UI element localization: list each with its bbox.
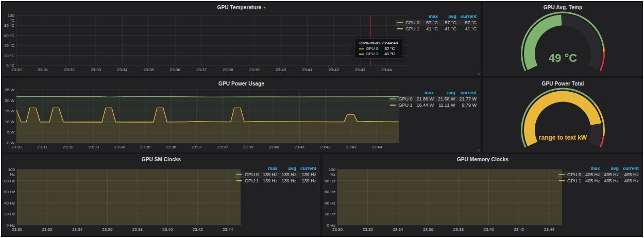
legend: maxavgcurrentGPU 0139 Hz139 Hz139 HzGPU … — [234, 165, 316, 184]
series-color-dash — [397, 22, 403, 23]
y-axis-tick: 100 Hz — [323, 167, 335, 177]
x-axis-tick: 23:42 — [329, 67, 339, 72]
chart-gpu-memory-clocks[interactable]: 100 Hz80 Hz60 Hz40 Hz20 Hz0 Hz23:3023:32… — [323, 154, 643, 236]
gauge-arc — [483, 2, 643, 76]
tooltip-series-value: 57 °C — [384, 46, 395, 51]
legend-stat-max: 139 Hz — [259, 172, 278, 178]
x-axis-tick: 23:31 — [37, 145, 47, 149]
legend-stat-max: 405 Hz — [581, 178, 600, 184]
x-axis-tick: 23:34 — [114, 145, 125, 149]
tooltip-timestamp: 2020-05-01 23:44:48 — [359, 41, 398, 45]
legend-stat-max: 139 Hz — [259, 178, 278, 184]
legend-series-gpu-0[interactable]: GPU 0 — [395, 20, 419, 26]
legend-header-avg[interactable]: avg — [438, 13, 456, 20]
gauge-gpu-power-total — [483, 78, 643, 152]
x-axis-tick: 23:40 — [162, 227, 173, 232]
legend-name-column — [234, 165, 259, 172]
legend-series-gpu-1[interactable]: GPU 1 — [557, 178, 581, 184]
panel-gpu-memory-clocks: GPU Memory Clocks 100 Hz80 Hz60 Hz40 Hz2… — [323, 154, 643, 236]
legend-header-avg[interactable]: avg — [600, 165, 619, 172]
legend: maxavgcurrentGPU 021.86 W21.68 W21.77 WG… — [388, 90, 477, 108]
series-color-dash — [236, 180, 242, 181]
y-axis-tick: 10 W — [2, 120, 14, 124]
x-axis-tick: 23:38 — [223, 67, 233, 72]
x-axis-tick: 23:39 — [243, 145, 253, 149]
tooltip-series-name: GPU 1: — [366, 52, 379, 56]
x-axis-tick: 23:40 — [276, 67, 286, 72]
legend-header-current[interactable]: current — [296, 165, 316, 172]
x-axis-tick: 23:37 — [192, 145, 202, 149]
legend-stat-current: 21.77 W — [455, 96, 477, 102]
dashboard: GPU Temperature ▾ 100 °C80 °C60 °C40 °C2… — [0, 0, 644, 238]
legend-table: maxavgcurrentGPU 021.86 W21.68 W21.77 WG… — [388, 90, 477, 108]
legend-header-max[interactable]: max — [581, 165, 600, 172]
legend-header-current[interactable]: current — [456, 13, 477, 20]
legend-stat-avg: 405 Hz — [600, 172, 619, 178]
y-axis-tick: 80 Hz — [323, 179, 335, 183]
legend-series-gpu-1[interactable]: GPU 1 — [388, 102, 412, 108]
legend-stat-max: 57 °C — [419, 20, 438, 26]
x-axis-tick: 23:42 — [193, 227, 203, 232]
chart-tooltip: 2020-05-01 23:44:48GPU 0:57 °CGPU 1:41 °… — [354, 38, 402, 59]
legend-series-gpu-0[interactable]: GPU 0 — [557, 172, 581, 178]
legend-stat-current: 9.79 W — [455, 102, 477, 108]
legend-header-avg[interactable]: avg — [434, 90, 455, 96]
tooltip-series-row: GPU 0:57 °C — [359, 46, 398, 51]
legend-stat-current: 57 °C — [456, 20, 477, 26]
y-axis-tick: 60 Hz — [323, 190, 335, 194]
gauge-value: 49 °C — [483, 52, 643, 65]
x-axis-tick: 23:38 — [453, 227, 464, 232]
tooltip-series-row: GPU 1:41 °C — [359, 52, 398, 56]
x-axis-tick: 23:31 — [38, 67, 48, 72]
legend-row: GPU 057 °C57 °C57 °C — [395, 20, 477, 26]
panel-gpu-temperature: GPU Temperature ▾ 100 °C80 °C60 °C40 °C2… — [2, 2, 481, 76]
legend-row: GPU 1405 Hz405 Hz405 Hz — [557, 178, 639, 184]
x-axis-tick: 23:38 — [132, 227, 143, 232]
x-axis-tick: 23:44 — [372, 145, 382, 149]
legend-name-column — [388, 90, 412, 96]
series-color-dash — [397, 28, 403, 29]
x-axis-tick: 23:40 — [269, 145, 279, 149]
chart-gpu-temperature[interactable]: 100 °C80 °C60 °C40 °C20 °C0 °C23:3023:31… — [2, 2, 481, 76]
legend-header-current[interactable]: current — [455, 90, 477, 96]
y-axis-tick: 60 °C — [2, 33, 14, 38]
chart-canvas — [337, 169, 562, 225]
y-axis-tick: 60 Hz — [2, 190, 15, 194]
x-axis-tick: 23:36 — [423, 227, 433, 232]
series-color-dash — [359, 54, 364, 55]
y-axis-tick: 20 W — [2, 98, 14, 103]
legend-table: maxavgcurrentGPU 0405 Hz405 Hz405 HzGPU … — [557, 165, 639, 184]
legend-stat-avg: 405 Hz — [600, 178, 619, 184]
gauge-gpu-avg-temp — [483, 2, 643, 76]
legend-row: GPU 1139 Hz139 Hz139 Hz — [234, 178, 316, 184]
legend-stat-avg: 57 °C — [438, 20, 456, 26]
x-axis-tick: 23:35 — [140, 145, 150, 149]
x-axis-tick: 23:44 — [381, 67, 392, 72]
chart-gpu-sm-clocks[interactable]: 100 Hz80 Hz60 Hz40 Hz20 Hz0 Hz23:3023:32… — [2, 154, 320, 236]
legend-header-max[interactable]: max — [259, 165, 278, 172]
legend-name-column — [395, 13, 419, 20]
chart-canvas — [16, 90, 399, 143]
y-axis-tick: 80 Hz — [2, 179, 15, 183]
y-axis-tick: 40 Hz — [2, 201, 15, 206]
legend-header-current[interactable]: current — [619, 165, 639, 172]
series-color-dash — [559, 180, 565, 181]
chart-gpu-power-usage[interactable]: 25 W20 W15 W10 W5 W0 W23:3023:3123:3223:… — [2, 78, 481, 152]
legend-series-gpu-1[interactable]: GPU 1 — [395, 26, 419, 32]
legend-series-gpu-0[interactable]: GPU 0 — [388, 96, 412, 102]
legend-table: maxavgcurrentGPU 057 °C57 °C57 °CGPU 141… — [395, 13, 477, 32]
y-axis-tick: 40 Hz — [323, 201, 335, 206]
legend-series-gpu-1[interactable]: GPU 1 — [234, 178, 259, 184]
legend-header-avg[interactable]: avg — [277, 165, 296, 172]
legend-stat-avg: 11.11 W — [434, 102, 455, 108]
legend-stat-current: 139 Hz — [296, 172, 316, 178]
y-axis-tick: 5 W — [2, 130, 14, 134]
legend-header-max[interactable]: max — [419, 13, 438, 20]
legend-header-max[interactable]: max — [412, 90, 434, 96]
x-axis-tick: 23:43 — [346, 145, 357, 149]
legend-series-gpu-0[interactable]: GPU 0 — [234, 172, 259, 178]
series-color-dash — [390, 105, 396, 106]
legend: maxavgcurrentGPU 0405 Hz405 Hz405 HzGPU … — [557, 165, 639, 184]
legend-table: maxavgcurrentGPU 0139 Hz139 Hz139 HzGPU … — [234, 165, 316, 184]
x-axis-tick: 23:30 — [11, 145, 22, 149]
